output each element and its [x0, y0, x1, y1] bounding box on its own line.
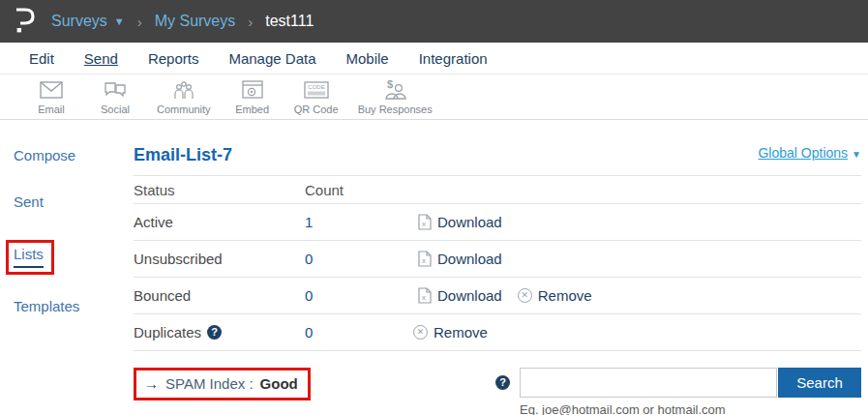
global-options-label: Global Options: [758, 145, 848, 161]
main-menu: Edit Send Reports Manage Data Mobile Int…: [0, 43, 868, 74]
app-logo-icon[interactable]: [13, 7, 38, 36]
status-label: Bounced: [134, 287, 305, 304]
menu-item-mobile[interactable]: Mobile: [346, 50, 389, 67]
status-label: Duplicates: [134, 324, 201, 341]
global-options-link[interactable]: Global Options▼: [758, 145, 861, 161]
top-bar: Surveys ▼ › My Surveys › test111: [0, 0, 868, 43]
search-input[interactable]: [520, 368, 777, 398]
tool-buy-responses[interactable]: $ Buy Responses: [358, 78, 433, 115]
count-value: 0: [305, 324, 418, 341]
menu-item-edit[interactable]: Edit: [29, 50, 54, 67]
excel-file-icon: x: [418, 214, 432, 230]
download-label: Download: [437, 214, 502, 230]
arrow-right-icon: →: [144, 375, 159, 392]
qr-code-icon: CODE: [304, 78, 329, 102]
spam-index-label: SPAM Index :: [165, 375, 254, 392]
status-label: Active: [134, 214, 305, 230]
status-label: Unsubscribed: [134, 251, 305, 267]
tool-label: Buy Responses: [358, 104, 433, 115]
download-label: Download: [437, 251, 502, 267]
breadcrumb-surveys[interactable]: Surveys: [51, 13, 107, 30]
menu-item-manage-data[interactable]: Manage Data: [228, 50, 315, 67]
svg-text:x: x: [422, 220, 426, 228]
search-button[interactable]: Search: [778, 368, 861, 398]
remove-label: Remove: [538, 287, 592, 304]
search-help-icon[interactable]: ?: [495, 375, 510, 390]
tool-embed[interactable]: Embed: [230, 78, 275, 115]
count-value: 0: [305, 287, 418, 304]
send-toolbar: Email Social Community Embed CODE QR Cod…: [0, 74, 868, 120]
tool-qr-code[interactable]: CODE QR Code: [294, 78, 339, 115]
annotation-box-lists: Lists: [6, 240, 54, 275]
sidebar-item-sent[interactable]: Sent: [14, 193, 131, 210]
tool-email[interactable]: Email: [29, 78, 74, 115]
search-hint: Eg. joe@hotmail.com or hotmail.com: [520, 402, 861, 415]
tool-label: QR Code: [294, 104, 339, 115]
sidebar-item-compose[interactable]: Compose: [14, 147, 131, 163]
email-icon: [40, 78, 63, 102]
menu-item-send[interactable]: Send: [84, 50, 118, 67]
remove-label: Remove: [434, 324, 488, 341]
tool-label: Email: [38, 104, 65, 115]
sidebar-item-templates[interactable]: Templates: [14, 298, 131, 314]
download-active-link[interactable]: x Download: [418, 214, 502, 230]
column-header-count: Count: [305, 182, 418, 198]
breadcrumb-current-survey: test111: [265, 13, 314, 30]
tool-label: Social: [101, 104, 130, 115]
remove-duplicates-link[interactable]: ✕ Remove: [413, 324, 488, 341]
chevron-down-icon: ▼: [852, 149, 861, 160]
tool-label: Embed: [235, 104, 269, 115]
svg-text:CODE: CODE: [308, 84, 324, 90]
list-detail-panel: Email-List-7 Global Options▼ Status Coun…: [131, 120, 868, 415]
table-row-bounced: Bounced 0 x Download ✕ Remove: [134, 278, 861, 314]
remove-circle-icon: ✕: [518, 288, 532, 303]
breadcrumb-separator: ›: [248, 14, 253, 30]
svg-text:x: x: [422, 256, 426, 265]
chevron-down-icon[interactable]: ▼: [114, 15, 125, 27]
send-sidebar: Compose Sent Lists Templates: [0, 120, 131, 344]
remove-circle-icon: ✕: [413, 325, 428, 340]
sidebar-item-lists[interactable]: Lists: [14, 246, 44, 268]
embed-icon: [242, 78, 263, 102]
breadcrumb-separator: ›: [137, 14, 142, 30]
download-unsubscribed-link[interactable]: x Download: [418, 251, 502, 267]
menu-item-reports[interactable]: Reports: [148, 50, 199, 67]
table-row-duplicates: Duplicates? 0 ✕ Remove: [134, 314, 861, 351]
count-value: 0: [305, 251, 418, 267]
community-icon: [172, 78, 195, 102]
column-header-status: Status: [134, 182, 305, 198]
svg-text:x: x: [422, 293, 426, 302]
remove-bounced-link[interactable]: ✕ Remove: [518, 287, 592, 304]
download-bounced-link[interactable]: x Download: [418, 287, 502, 304]
count-value: 1: [305, 214, 418, 230]
spam-index-value: Good: [260, 375, 298, 392]
menu-item-integration[interactable]: Integration: [419, 50, 488, 67]
excel-file-icon: x: [418, 287, 432, 304]
page-title: Email-List-7: [134, 145, 232, 165]
buy-responses-icon: $: [382, 78, 407, 102]
svg-text:$: $: [387, 79, 393, 90]
table-row-unsubscribed: Unsubscribed 0 x Download: [134, 241, 861, 278]
duplicates-help-icon[interactable]: ?: [207, 325, 222, 340]
tool-label: Community: [157, 104, 211, 115]
search-area: ? Search Eg. joe@hotmail.com or hotmail.…: [495, 368, 861, 415]
excel-file-icon: x: [418, 251, 432, 267]
social-icon: [104, 78, 127, 102]
tool-community[interactable]: Community: [157, 78, 211, 115]
annotation-box-spam-index: → SPAM Index : Good: [134, 368, 311, 400]
download-label: Download: [437, 287, 502, 304]
tool-social[interactable]: Social: [93, 78, 137, 115]
table-header-row: Status Count: [134, 175, 861, 204]
breadcrumb-my-surveys[interactable]: My Surveys: [155, 13, 236, 30]
table-row-active: Active 1 x Download: [134, 204, 861, 241]
